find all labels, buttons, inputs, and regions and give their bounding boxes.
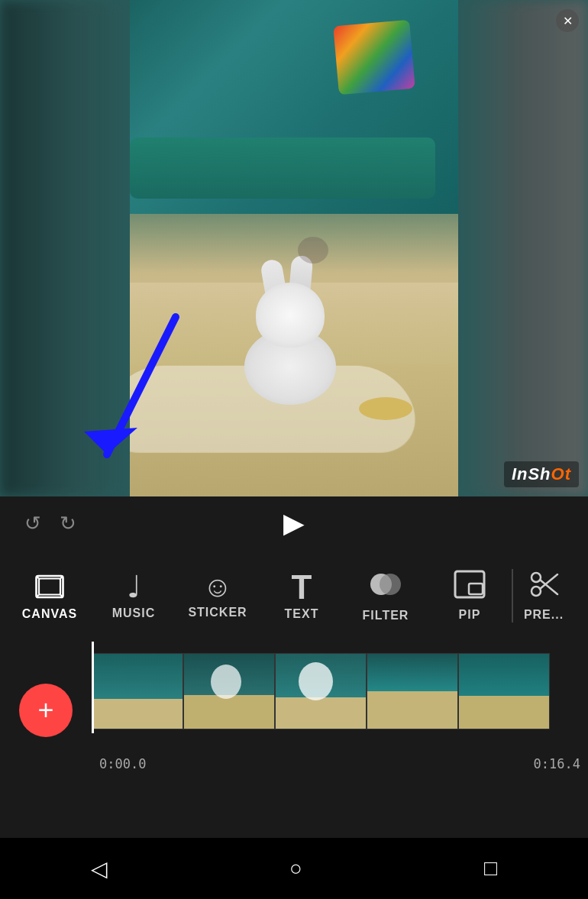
timeline-track[interactable] bbox=[92, 642, 588, 733]
tools-row: CANVAS ♩ MUSIC ☺ STICKER T TEXT bbox=[0, 550, 588, 642]
video-preview: InShOt ✕ bbox=[0, 0, 588, 496]
tool-pip[interactable]: PIP bbox=[428, 554, 512, 638]
tool-filter-label: FILTER bbox=[363, 609, 409, 623]
couch-cushion bbox=[130, 137, 435, 199]
play-button[interactable]: ▶ bbox=[277, 501, 311, 545]
watermark-text: InShOt bbox=[512, 464, 571, 483]
tool-canvas-label: CANVAS bbox=[22, 607, 77, 621]
playhead bbox=[92, 642, 94, 733]
svg-point-13 bbox=[531, 587, 541, 596]
svg-rect-11 bbox=[469, 584, 483, 594]
timestamp-start: 0:00.0 bbox=[99, 756, 146, 771]
tool-text[interactable]: T TEXT bbox=[260, 554, 344, 638]
filter-icon bbox=[369, 569, 402, 603]
pip-icon bbox=[454, 570, 486, 602]
tool-music-label: MUSIC bbox=[112, 606, 156, 620]
undo-button[interactable]: ↺ bbox=[15, 506, 50, 542]
tool-canvas[interactable]: CANVAS bbox=[8, 554, 92, 638]
timeline-thumb-1 bbox=[92, 653, 183, 729]
home-nav-button[interactable]: ○ bbox=[267, 849, 325, 888]
text-icon: T bbox=[292, 571, 312, 604]
bunny-face bbox=[298, 237, 328, 264]
tool-preset[interactable]: PRE... bbox=[513, 554, 574, 638]
watermark-accent: Ot bbox=[551, 464, 571, 483]
close-button[interactable]: ✕ bbox=[556, 9, 579, 32]
tool-music[interactable]: ♩ MUSIC bbox=[92, 554, 176, 638]
timeline-thumbs bbox=[92, 653, 550, 729]
preset-icon bbox=[528, 570, 559, 602]
tool-sticker-label: STICKER bbox=[188, 606, 247, 619]
music-icon: ♩ bbox=[127, 571, 141, 602]
svg-rect-3 bbox=[39, 579, 60, 595]
plus-icon: + bbox=[37, 697, 53, 724]
tool-pip-label: PIP bbox=[459, 608, 481, 622]
bottom-nav: ◁ ○ □ bbox=[0, 838, 588, 899]
blue-arrow-annotation bbox=[53, 302, 206, 493]
svg-point-12 bbox=[531, 573, 541, 582]
pillow bbox=[333, 20, 415, 95]
timestamp-end: 0:16.4 bbox=[534, 756, 580, 771]
undo-redo-row: ↺ ↻ ▶ bbox=[0, 496, 588, 550]
hay bbox=[359, 397, 412, 420]
tool-preset-label: PRE... bbox=[524, 608, 564, 622]
timeline-thumb-2 bbox=[183, 653, 275, 729]
bunny bbox=[229, 283, 351, 405]
sticker-icon: ☺ bbox=[203, 572, 233, 601]
undo-redo-group: ↺ ↻ bbox=[15, 506, 86, 542]
timeline-thumb-4 bbox=[367, 653, 458, 729]
tool-text-label: TEXT bbox=[285, 607, 319, 621]
svg-marker-1 bbox=[84, 428, 137, 454]
timeline-thumb-5 bbox=[458, 653, 550, 729]
watermark: InShOt bbox=[504, 461, 579, 487]
back-nav-button[interactable]: ◁ bbox=[68, 849, 131, 889]
tool-sticker[interactable]: ☺ STICKER bbox=[176, 554, 260, 638]
recents-nav-button[interactable]: □ bbox=[461, 849, 520, 888]
timeline-thumb-3 bbox=[275, 653, 367, 729]
tool-filter[interactable]: FILTER bbox=[344, 554, 428, 638]
bunny-head bbox=[256, 283, 325, 348]
svg-point-9 bbox=[380, 574, 401, 595]
add-clip-button[interactable]: + bbox=[19, 684, 73, 737]
timeline-area: + bbox=[0, 642, 588, 779]
redo-button[interactable]: ↻ bbox=[50, 506, 86, 542]
canvas-icon bbox=[34, 571, 66, 603]
timestamp-row: 0:00.0 0:16.4 bbox=[92, 749, 588, 779]
blur-overlay-right bbox=[458, 0, 588, 496]
